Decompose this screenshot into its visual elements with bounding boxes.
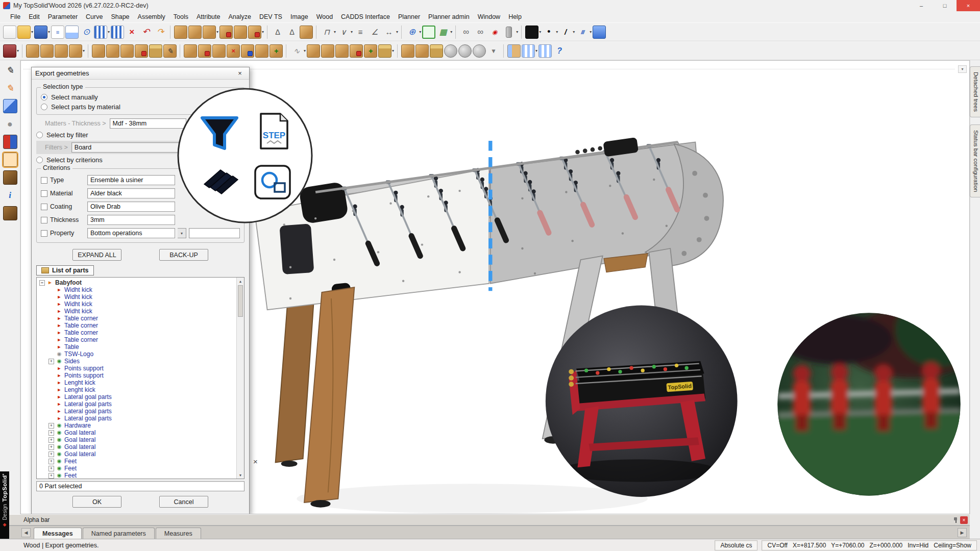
- criterion-extra-field[interactable]: [189, 228, 240, 238]
- wood-join-button[interactable]: ▾: [120, 44, 134, 58]
- pin-icon[interactable]: [953, 517, 958, 523]
- tree-item[interactable]: Goal lateral: [39, 436, 236, 443]
- tree-item[interactable]: Points support: [39, 365, 236, 372]
- wood-edit-button[interactable]: ✎ ▾: [163, 44, 177, 58]
- wood-corner-button[interactable]: ▾: [335, 44, 349, 58]
- dividers-tool-button[interactable]: ∆ ▾: [271, 26, 284, 39]
- criterion-value-field[interactable]: Ensemble à usiner: [87, 175, 175, 185]
- tree-item[interactable]: Lenght kick: [39, 386, 236, 393]
- caliper-measure-button[interactable]: ⊓ ▾: [320, 26, 336, 39]
- tree-item[interactable]: Lateral goal parts: [39, 415, 236, 422]
- tool-mill-button[interactable]: ▾: [473, 44, 486, 58]
- select-by-filter-option[interactable]: Select by filter: [36, 130, 244, 140]
- board-striped-button[interactable]: ▾: [538, 44, 552, 58]
- tab-scroll-left-icon[interactable]: ◀: [21, 528, 31, 537]
- dropdown-arrow-icon[interactable]: ▾: [450, 30, 452, 34]
- board-jagged-button[interactable]: ▾: [430, 44, 443, 58]
- dropdown-arrow-icon[interactable]: ▾: [392, 48, 394, 53]
- tree-item[interactable]: Feet: [39, 458, 236, 465]
- wood-delete-op-button[interactable]: × ▾: [227, 44, 240, 58]
- wood-stack-2-button[interactable]: ▾: [321, 44, 334, 58]
- wood-cut-button[interactable]: ▾: [248, 26, 264, 39]
- dropdown-arrow-icon[interactable]: ▾: [351, 30, 353, 34]
- radio-select-manually[interactable]: [41, 94, 47, 101]
- minimize-button[interactable]: –: [910, 0, 933, 11]
- wood-drill-button[interactable]: ▾: [135, 44, 148, 58]
- menu-item[interactable]: Tools: [169, 12, 192, 21]
- wood-mode-tool[interactable]: [3, 153, 17, 167]
- scroll-down-icon[interactable]: ▼: [237, 471, 244, 479]
- dropdown-arrow-icon[interactable]: ▾: [535, 48, 537, 53]
- tree-item[interactable]: Lateral goal parts: [39, 408, 236, 415]
- curve-pen-tool[interactable]: ✎: [3, 81, 17, 95]
- compass-tool-button[interactable]: ∆ ▾: [285, 26, 299, 39]
- dropdown-arrow-icon[interactable]: ▾: [48, 30, 50, 34]
- statistics-2-button[interactable]: ▾: [111, 26, 124, 39]
- scrollbar-thumb[interactable]: [238, 285, 243, 317]
- dropdown-arrow-icon[interactable]: ▾: [17, 48, 19, 53]
- delete-button[interactable]: × ▾: [125, 26, 138, 39]
- wood-groove-button[interactable]: ▾: [212, 44, 226, 58]
- wood-machining-button[interactable]: ▾: [203, 26, 218, 39]
- tab-scroll-right-icon[interactable]: ▶: [958, 528, 967, 537]
- menu-item[interactable]: Attribute: [192, 12, 225, 21]
- criterion-value-field[interactable]: Bottom operations: [87, 228, 175, 238]
- wood-nesting-button[interactable]: ▾: [401, 44, 414, 58]
- dropdown-arrow-icon[interactable]: ▾: [516, 30, 518, 34]
- criterion-value-field[interactable]: 3mm: [87, 215, 175, 225]
- criterion-checkbox[interactable]: [41, 204, 47, 210]
- tree-item[interactable]: Goal lateral: [39, 443, 236, 450]
- insert-image-button[interactable]: ▾: [65, 26, 79, 39]
- wood-frame-button[interactable]: ▾: [55, 44, 68, 58]
- tree-expander[interactable]: [48, 473, 54, 479]
- info-tool[interactable]: i: [3, 188, 17, 203]
- criterion-dropdown-arrow[interactable]: ▾: [178, 228, 186, 238]
- tool-cylinder-button[interactable]: ▾: [444, 44, 457, 58]
- tree-expander[interactable]: [48, 430, 54, 436]
- wood-red-op-button[interactable]: ▾: [350, 44, 363, 58]
- color-swatch-button[interactable]: ▾: [525, 26, 541, 39]
- dropdown-arrow-icon[interactable]: ▾: [83, 48, 85, 53]
- probe-button[interactable]: ▾: [502, 26, 518, 39]
- criterion-checkbox[interactable]: [41, 177, 47, 184]
- protractor-button[interactable]: ∠ ▾: [368, 26, 381, 39]
- wood-hardware-button[interactable]: ▾: [198, 44, 211, 58]
- point-style-button[interactable]: • ▾: [542, 26, 558, 39]
- menu-item[interactable]: Parameter: [44, 12, 82, 21]
- wood-drilling-button[interactable]: ▾: [219, 26, 233, 39]
- tree-scrollbar[interactable]: ▲ ▼: [236, 278, 244, 479]
- wood-panel-button[interactable]: ▾: [26, 44, 39, 58]
- help-search-button[interactable]: ? ▾: [553, 44, 566, 58]
- new-document-button[interactable]: ▾: [3, 26, 16, 39]
- select-manually-option[interactable]: Select manually: [41, 92, 240, 102]
- dropdown-arrow-icon[interactable]: ▾: [304, 48, 306, 53]
- wood-export-button[interactable]: ▾: [3, 44, 19, 58]
- bounding-box-button[interactable]: ▾: [300, 26, 313, 39]
- criterion-value-field[interactable]: Alder black: [87, 188, 175, 198]
- statistics-button[interactable]: ▾: [94, 26, 110, 39]
- wood-dark-tool[interactable]: [3, 170, 17, 185]
- distance-measure-button[interactable]: ↔ ▾: [382, 26, 398, 39]
- ok-button[interactable]: OK: [72, 496, 121, 508]
- undo-button[interactable]: ↶ ▾: [139, 26, 153, 39]
- maximize-button[interactable]: □: [933, 0, 957, 11]
- wood-copy-button[interactable]: ▾: [255, 44, 268, 58]
- bottom-tab[interactable]: Named parameters: [83, 528, 155, 539]
- wood-stack-button[interactable]: ▾: [307, 44, 320, 58]
- eye-target-button[interactable]: ◉ ▾: [488, 26, 501, 39]
- tree-item[interactable]: Lateral goal parts: [39, 393, 236, 400]
- dialog-close-icon[interactable]: ×: [234, 69, 246, 78]
- dropdown-arrow-icon[interactable]: ▾: [108, 30, 110, 34]
- criterion-checkbox[interactable]: [41, 217, 47, 223]
- tree-expander[interactable]: [39, 280, 45, 286]
- filters-field[interactable]: Board: [71, 142, 242, 153]
- radio-select-by-material[interactable]: [41, 104, 47, 110]
- component-dark-tool[interactable]: [3, 206, 17, 220]
- zoom-in-button[interactable]: ⊕ ▾: [405, 26, 421, 39]
- surface-sphere-tool[interactable]: ●: [3, 117, 17, 131]
- dropdown-arrow-icon[interactable]: ▾: [334, 30, 336, 34]
- tree-expander[interactable]: [48, 466, 54, 471]
- bottom-tab[interactable]: Messages: [34, 528, 82, 539]
- wood-part-2-button[interactable]: ▾: [106, 44, 119, 58]
- menu-item[interactable]: File: [6, 12, 24, 21]
